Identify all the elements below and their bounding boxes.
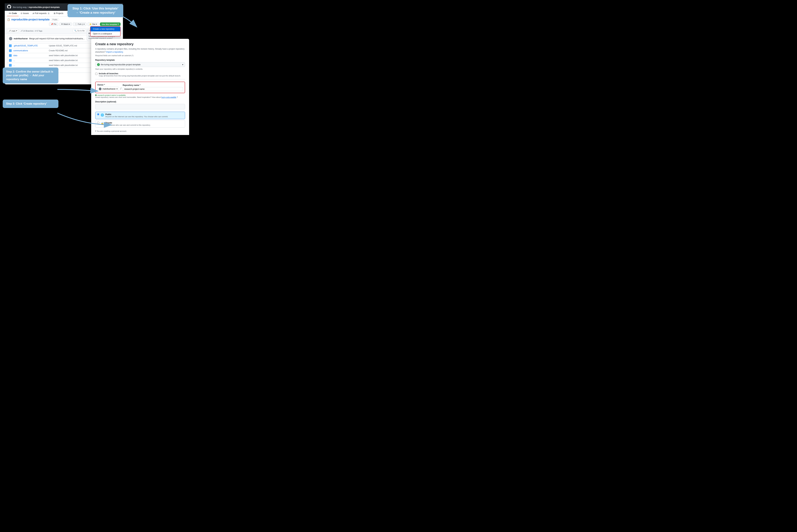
step2-box: Step 2: Confirm the owner (default is yo… — [3, 68, 58, 83]
chevron-down-icon: ▾ — [182, 63, 183, 66]
template-value: the-turing-way/reproducible-project-temp… — [101, 63, 141, 66]
issues-icon: ⊙ — [21, 12, 22, 15]
public-desc: Anyone on the internet can see this repo… — [105, 116, 168, 118]
include-branches-checkbox[interactable] — [95, 73, 97, 75]
use-template-button[interactable]: Use this template ▾ — [100, 22, 121, 26]
info-icon: ℹ — [95, 130, 96, 132]
slash-divider: / — [121, 87, 121, 91]
step3-box: Step 3: Click ‘Create repository’ — [3, 99, 58, 108]
file-name[interactable]: communications — [13, 50, 47, 52]
private-label: Private — [105, 122, 151, 124]
file-name[interactable]: ... — [13, 59, 47, 62]
branch-selector[interactable]: ⎇ main ▾ — [7, 29, 19, 33]
repo-title[interactable]: reproducible-project-template — [11, 18, 50, 21]
committer-name: malvikasharan — [14, 37, 28, 40]
description-input[interactable] — [95, 104, 185, 109]
pr-icon: ⇄ — [33, 12, 34, 15]
visibility-group: 🌐 Public Anyone on the internet can see … — [95, 112, 185, 128]
create-repo-panel: Create a new repository A repository con… — [91, 39, 189, 135]
owner-value: malvikasharan — [103, 88, 115, 90]
template-org-icon: ⊙ — [97, 63, 100, 66]
star-button[interactable]: ⭐ Star ▾ — [88, 22, 99, 26]
inspiration-text: Great repository names are short and mem… — [95, 96, 185, 98]
pr-badge: 1 — [47, 13, 50, 14]
folder-icon — [9, 44, 12, 47]
code-tab[interactable]: <> Code — [7, 11, 19, 16]
github-octocat-icon — [7, 5, 11, 9]
chevron-icon: ▾ — [16, 30, 17, 32]
branches-icon: ⎇ — [20, 30, 23, 32]
committer-avatar — [9, 37, 12, 40]
open-codespace-menu-item[interactable]: Open in a codespace — [91, 31, 120, 36]
branch-info: ⎇ 14 Branches 🏷 0 Tags — [20, 30, 42, 32]
template-selector[interactable]: ⊙ the-turing-way/reproducible-project-te… — [95, 62, 185, 67]
private-desc: You choose who can see and commit to thi… — [105, 124, 151, 126]
availability-status: research-project-name is available. — [95, 94, 185, 96]
file-name[interactable]: data — [13, 54, 47, 57]
github-logo — [7, 5, 11, 10]
file-name[interactable]: .github/ISSUE_TEMPLATE — [13, 44, 47, 47]
commit-message: Merge pull request #18 from alan-turing-… — [29, 37, 85, 40]
template-hint: Start your repository with a template re… — [95, 68, 185, 70]
pullrequests-tab[interactable]: ⇄ Pull requests 1 — [31, 11, 52, 16]
inspiration-link[interactable]: fuzzy-octo-waddle — [161, 96, 176, 98]
personal-account-info: ℹ You are creating a personal account. — [95, 130, 185, 132]
go-to-file[interactable]: 🔍 Go to file — [73, 29, 86, 33]
panel-title: Create a new repository — [95, 42, 185, 46]
folder-icon — [9, 59, 12, 62]
import-link[interactable]: Import a repository. — [106, 51, 124, 53]
lock-icon: 🔒 — [100, 122, 104, 125]
repo-name-label: Repository name * — [123, 84, 183, 87]
branch-icon: ⎇ — [8, 30, 11, 32]
chevron-down-icon: ▾ — [118, 23, 119, 25]
watch-button[interactable]: 👁 Watch ▾ — [59, 22, 72, 26]
check-dot — [95, 94, 97, 96]
private-option[interactable]: 🔒 Private You choose who can see and com… — [95, 120, 185, 128]
repo-header-actions: 📌 Pin 👁 Watch ▾ 🍴 Fork 1 ▾ ⭐ Star ▾ Use … — [49, 22, 121, 26]
template-section-label: Repository template — [95, 59, 185, 61]
folder-icon — [9, 54, 12, 57]
repo-name-input[interactable] — [123, 87, 183, 91]
public-radio[interactable] — [97, 113, 99, 115]
required-note: Required fields are marked with an aster… — [95, 55, 185, 57]
file-name[interactable]: ... — [13, 64, 47, 66]
create-new-repo-menu-item[interactable]: Create a new repository — [91, 27, 120, 31]
owner-selector[interactable]: malvikasharan ▾ — [97, 87, 119, 91]
include-branches-row: Include all branches Copy all branches f… — [95, 72, 185, 77]
public-icon: 🌐 — [100, 113, 104, 117]
chevron-down-icon: ▾ — [116, 88, 117, 90]
folder-icon — [9, 64, 12, 66]
projects-tab[interactable]: ⊞ Projects — [52, 11, 65, 16]
public-label: Public — [105, 113, 168, 116]
owner-avatar — [99, 88, 101, 90]
divider — [95, 79, 185, 79]
panel-body: Create a new repository A repository con… — [91, 39, 189, 135]
repo-name-group: Repository name * — [123, 84, 183, 91]
owner-label: Owner * — [97, 84, 119, 86]
visibility-badge: Public — [51, 18, 59, 21]
issues-tab[interactable]: ⊙ Issues — [19, 11, 31, 16]
fork-button[interactable]: 🍴 Fork 1 ▾ — [73, 22, 86, 26]
repo-icon: 📋 — [7, 18, 10, 21]
include-branches-label: Include all branches — [99, 72, 181, 75]
public-option[interactable]: 🌐 Public Anyone on the internet can see … — [95, 112, 185, 119]
folder-icon — [9, 49, 12, 52]
tag-icon: 🏷 — [35, 30, 36, 32]
repo-path: the-turing-way / reproducible-project-te… — [13, 6, 60, 8]
private-radio[interactable] — [97, 122, 99, 124]
pin-button[interactable]: 📌 Pin — [49, 22, 58, 26]
step1-box: Step 1: Click ‘Use this template’ → ‘Cre… — [68, 4, 123, 17]
repo-name-header: 📋 reproducible-project-template Public 📌… — [5, 16, 123, 28]
owner-group: Owner * malvikasharan ▾ — [97, 84, 119, 91]
owner-repo-section: Owner * malvikasharan ▾ / Repository nam… — [95, 82, 185, 93]
table-icon: ⊞ — [54, 12, 55, 15]
code-icon: <> — [9, 12, 11, 15]
description-label: Description (optional) — [95, 100, 185, 103]
include-branches-desc: Copy all branches from the-turing-way/re… — [99, 75, 181, 77]
panel-desc: A repository contains all project files,… — [95, 48, 185, 54]
